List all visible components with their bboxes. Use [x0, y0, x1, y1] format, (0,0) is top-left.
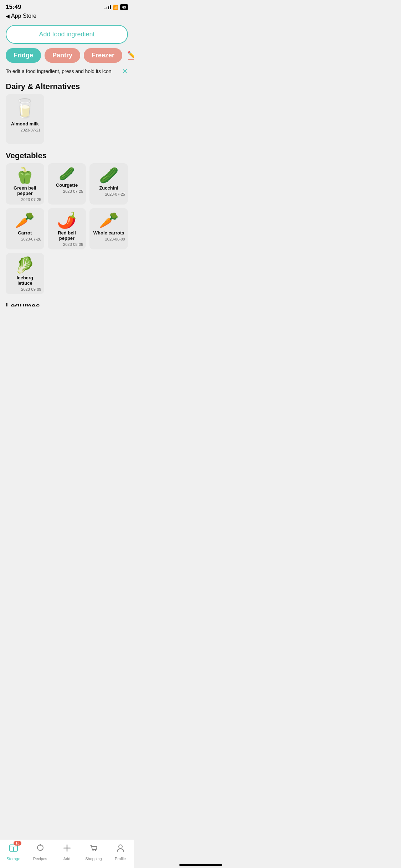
pencil-icon: ✏️: [127, 51, 134, 58]
iceberg-lettuce-date: 2023-09-09: [21, 287, 41, 291]
pencil-underline: [128, 59, 134, 60]
food-card-iceberg-lettuce[interactable]: 🥬 Iceberg lettuce 2023-09-09: [6, 253, 44, 294]
food-card-zucchini[interactable]: 🥒 Zucchini 2023-07-25: [89, 163, 128, 205]
carrot-name: Carrot: [18, 230, 32, 236]
zucchini-icon: 🥒: [99, 167, 119, 183]
courgette-date: 2023-07-25: [63, 189, 83, 193]
dairy-section-header: Dairy & Alternatives: [0, 81, 134, 94]
add-ingredient-button[interactable]: Add food ingredient: [6, 25, 128, 44]
tab-freezer[interactable]: Freezer: [84, 48, 122, 63]
back-arrow-icon: ◀: [6, 13, 10, 19]
food-card-green-bell-pepper[interactable]: 🫑 Green bell pepper 2023-07-25: [6, 163, 44, 205]
zucchini-date: 2023-07-25: [105, 192, 125, 196]
status-icons: 📶 49: [104, 4, 128, 10]
app-store-label: App Store: [11, 13, 36, 19]
courgette-name: Courgette: [56, 182, 78, 188]
iceberg-lettuce-icon: 🥬: [15, 257, 35, 273]
signal-icon: [104, 5, 111, 9]
whole-carrots-date: 2023-08-09: [105, 237, 125, 241]
whole-carrots-icon: 🥕: [99, 212, 119, 228]
battery-indicator: 49: [120, 4, 128, 10]
food-card-whole-carrots[interactable]: 🥕 Whole carrots 2023-08-09: [89, 208, 128, 249]
status-bar: 15:49 📶 49: [0, 0, 134, 12]
almond-milk-icon: 🥛: [13, 99, 36, 118]
food-card-red-bell-pepper[interactable]: 🌶️ Red bell pepper 2023-08-08: [48, 208, 86, 249]
carrot-date: 2023-07-26: [21, 237, 41, 241]
green-bell-pepper-icon: 🫑: [15, 167, 35, 183]
green-bell-pepper-date: 2023-07-25: [21, 197, 41, 202]
edit-icon-button[interactable]: ✏️: [127, 51, 134, 60]
carrot-icon: 🥕: [15, 212, 35, 228]
red-bell-pepper-name: Red bell pepper: [51, 230, 83, 241]
almond-milk-date: 2023-07-21: [20, 128, 40, 132]
whole-carrots-name: Whole carrots: [93, 230, 124, 236]
zucchini-name: Zucchini: [99, 185, 118, 191]
wifi-icon: 📶: [113, 5, 118, 10]
tab-fridge[interactable]: Fridge: [6, 48, 41, 63]
tab-pantry[interactable]: Pantry: [45, 48, 80, 63]
red-bell-pepper-date: 2023-08-08: [63, 242, 83, 247]
almond-milk-name: Almond milk: [11, 121, 39, 126]
vegetables-grid: 🫑 Green bell pepper 2023-07-25 🥒 Courget…: [0, 163, 134, 297]
app-store-back[interactable]: ◀ App Store: [0, 12, 134, 22]
vegetables-section-header: Vegetables: [0, 150, 134, 163]
info-banner: To edit a food ingredient, press and hol…: [6, 67, 128, 76]
status-time: 15:49: [6, 4, 21, 11]
legumes-section-header: Legumes: [0, 300, 134, 306]
iceberg-lettuce-name: Iceberg lettuce: [9, 275, 41, 286]
food-card-courgette[interactable]: 🥒 Courgette 2023-07-25: [48, 163, 86, 205]
red-bell-pepper-icon: 🌶️: [57, 212, 77, 228]
courgette-icon: 🥒: [59, 167, 75, 180]
food-card-carrot[interactable]: 🥕 Carrot 2023-07-26: [6, 208, 44, 249]
close-banner-button[interactable]: ✕: [122, 67, 128, 76]
green-bell-pepper-name: Green bell pepper: [9, 185, 41, 196]
dairy-grid: 🥛 Almond milk 2023-07-21: [0, 94, 134, 147]
food-card-almond-milk[interactable]: 🥛 Almond milk 2023-07-21: [6, 94, 44, 144]
category-tabs: Fridge Pantry Freezer ✏️: [0, 48, 134, 67]
info-banner-text: To edit a food ingredient, press and hol…: [6, 68, 112, 74]
